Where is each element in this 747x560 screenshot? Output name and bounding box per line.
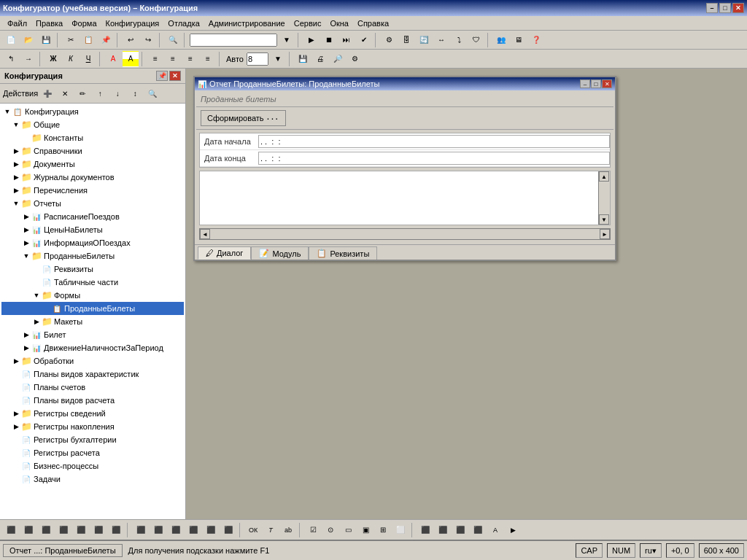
tb-check[interactable]: ✔ [356,32,372,48]
tree-item-tasks[interactable]: 📄 Задачи [1,472,184,486]
tree-item-tableparts[interactable]: 📄 Табличные части [1,276,184,289]
btb-9[interactable]: ⬛ [150,522,166,538]
date-start-input[interactable] [258,135,610,148]
tree-toggle[interactable]: ▼ [12,200,20,207]
tb2-color[interactable]: A [105,51,121,67]
tb-stop[interactable]: ⏹ [321,32,337,48]
tb-compare[interactable]: ↔ [433,32,449,48]
actions-label[interactable]: Действия [3,89,38,98]
tree-item-configuration[interactable]: ▼ 📋 Конфигурация [1,105,184,118]
tb2-bgcolor[interactable]: A [123,51,139,67]
status-tab-report[interactable]: Отчет ...: ПроданныеБилеты [3,544,123,557]
sidebar-tb-find[interactable]: 🔍 [144,85,160,101]
menu-file[interactable]: Файл [3,18,31,29]
sidebar-tb-down[interactable]: ↓ [109,85,125,101]
tb-redo[interactable]: ↪ [140,32,156,48]
sidebar-tb-sort[interactable]: ↕ [127,85,143,101]
tb2-zoom[interactable]: 🔎 [330,51,346,67]
scroll-up[interactable]: ▲ [599,171,609,182]
tb-combo-drop[interactable]: ▼ [279,32,295,48]
tb-undo[interactable]: ↩ [123,32,139,48]
tb-help-btn[interactable]: ❓ [528,32,544,48]
tb-copy[interactable]: 📋 [80,32,96,48]
sidebar-tb-add[interactable]: ➕ [39,85,55,101]
menu-edit[interactable]: Правка [31,18,67,29]
btb-3[interactable]: ⬛ [38,522,54,538]
tree-toggle[interactable]: ▶ [12,160,20,168]
tree-item-accountplans[interactable]: 📄 Планы счетов [1,381,184,394]
btb-2[interactable]: ⬛ [20,522,36,538]
tree-item-processing[interactable]: ▶ 📁 Обработки [1,354,184,368]
tb-new[interactable]: 📄 [3,32,19,48]
menu-admin[interactable]: Администрирование [204,18,290,29]
tree-item-soldtickets-form[interactable]: 📋 ПроданныеБилеты [1,302,184,315]
btb-chk[interactable]: ☑ [305,522,321,538]
tree-item-ticket[interactable]: ▶ 📊 Билет [1,328,184,341]
sidebar-pin[interactable]: 📌 [156,71,168,81]
sidebar-close[interactable]: ✕ [169,71,181,81]
tree-item-calcplans[interactable]: 📄 Планы видов расчета [1,394,184,407]
tb2-left[interactable]: ≡ [147,51,163,67]
tree-toggle[interactable]: ▼ [3,108,12,115]
btb-lang[interactable]: A [487,522,503,538]
tb-merge[interactable]: ⤵ [451,32,467,48]
tree-toggle[interactable]: ▶ [22,213,31,220]
tree-toggle[interactable]: ▶ [12,174,20,181]
close-button[interactable]: ✕ [732,3,744,13]
btb-T[interactable]: T [263,522,279,538]
tree-toggle[interactable]: ▼ [12,121,20,128]
font-size-drop[interactable]: ▼ [270,51,286,67]
inner-maximize[interactable]: □ [591,79,601,88]
tree-toggle[interactable]: ▶ [12,357,20,365]
inner-minimize[interactable]: – [580,79,590,88]
minimize-button[interactable]: – [706,3,718,13]
menu-form[interactable]: Форма [67,18,101,29]
btb-frame[interactable]: ▭ [340,522,356,538]
tree-item-inforegisters[interactable]: ▶ 📁 Регистры сведений [1,407,184,420]
maximize-button[interactable]: □ [719,3,731,13]
menu-debug[interactable]: Отладка [163,18,204,29]
tree-toggle[interactable]: ▶ [22,239,31,246]
tb2-1[interactable]: ↰ [3,51,19,67]
btb-17[interactable]: ⬛ [452,522,468,538]
tb-interface[interactable]: 🖥 [511,32,527,48]
btb-4[interactable]: ⬛ [55,522,71,538]
tree-toggle[interactable]: ▶ [22,331,31,338]
tb-config[interactable]: ⚙ [381,32,397,48]
tb2-print[interactable]: 🖨 [312,51,328,67]
btb-18[interactable]: ⬛ [470,522,486,538]
sidebar-tb-del[interactable]: ✕ [57,85,73,101]
tab-module[interactable]: 📝 Модуль [251,246,309,260]
btb-6[interactable]: ⬛ [90,522,107,538]
scrollbar-h[interactable]: ◄ ► [199,228,611,240]
form-button[interactable]: Сформировать ··· [201,110,286,126]
tree-item-reports[interactable]: ▼ 📁 Отчеты [1,197,184,210]
tree-toggle[interactable]: ▶ [22,226,31,233]
tree-item-enums[interactable]: ▶ 📁 Перечисления [1,184,184,197]
tree-item-layouts[interactable]: ▶ 📁 Макеты [1,315,184,328]
btb-ok[interactable]: ОК [245,522,261,538]
tb-step[interactable]: ⏭ [338,32,355,48]
scroll-right[interactable]: ► [600,229,610,239]
btb-16[interactable]: ⬛ [435,522,451,538]
tree-item-accumregisters[interactable]: ▶ 📁 Регистры накопления [1,420,184,433]
tb2-2[interactable]: → [20,51,36,67]
tb-open[interactable]: 📂 [20,32,36,48]
tree-toggle[interactable]: ▶ [32,318,41,325]
tb-save[interactable]: 💾 [38,32,54,48]
sidebar-tb-edit[interactable]: ✏ [74,85,90,101]
btb-12[interactable]: ⬛ [203,522,219,538]
btb-10[interactable]: ⬛ [168,522,184,538]
tree-item-calcregisters[interactable]: 📄 Регистры расчета [1,446,184,459]
tree-item-charplans[interactable]: 📄 Планы видов характеристик [1,368,184,381]
btb-13[interactable]: ⬛ [220,522,236,538]
tree-item-soldtickets[interactable]: ▼ 📁 ПроданныеБилеты [1,249,184,262]
btb-table[interactable]: ⊞ [375,522,391,538]
btb-11[interactable]: ⬛ [185,522,201,538]
tb2-settings[interactable]: ⚙ [347,51,363,67]
btb-1[interactable]: ⬛ [3,522,19,538]
scroll-down[interactable]: ▼ [599,214,609,225]
tb2-save2[interactable]: 💾 [295,51,311,67]
tree-item-props[interactable]: 📄 Реквизиты [1,262,184,276]
tb2-bold[interactable]: Ж [45,51,61,67]
